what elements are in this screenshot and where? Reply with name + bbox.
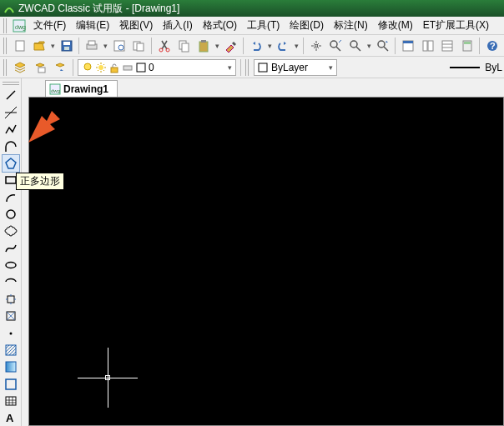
svg-point-12 (159, 48, 163, 52)
insert-block-button[interactable] (2, 290, 20, 308)
arc-poly-button[interactable] (2, 138, 20, 155)
zoom-button[interactable] (346, 37, 365, 55)
svg-rect-34 (111, 68, 118, 73)
separator (240, 59, 241, 76)
cut-button[interactable] (155, 37, 174, 55)
grip-icon (3, 80, 19, 85)
make-block-button[interactable] (2, 307, 20, 324)
revcloud-button[interactable] (2, 223, 20, 240)
app-menu-icon[interactable]: dwg (11, 18, 28, 33)
bulb-on-icon (82, 62, 93, 73)
circle-button[interactable] (2, 205, 20, 223)
layer-combo[interactable]: 0 ▾ (78, 59, 236, 76)
document-tab-label: Drawing1 (63, 83, 108, 95)
separator (479, 38, 480, 54)
polygon-button[interactable] (2, 154, 20, 172)
publish-button[interactable] (130, 37, 149, 55)
help-button[interactable]: ? (483, 37, 501, 55)
window-title: ZWCAD Classic 试用版 - [Drawing1] (18, 2, 179, 16)
undo-button[interactable] (247, 37, 265, 55)
construction-line-button[interactable] (2, 103, 20, 121)
menu-draw[interactable]: 绘图(D) (285, 17, 329, 34)
plot-button[interactable] (83, 37, 101, 55)
design-center-button[interactable] (419, 37, 437, 55)
properties-button[interactable] (399, 37, 417, 55)
calculator-button[interactable] (458, 37, 476, 55)
layer-state-button[interactable] (31, 58, 49, 77)
svg-rect-44 (6, 177, 16, 183)
drawing-canvas[interactable] (28, 97, 504, 426)
match-button[interactable] (222, 37, 240, 55)
menu-insert[interactable]: 插入(I) (158, 17, 197, 34)
menu-annotate[interactable]: 标注(N) (329, 17, 373, 34)
region-button[interactable] (2, 375, 20, 393)
tool-palette-button[interactable] (438, 37, 456, 55)
menu-modify[interactable]: 修改(M) (373, 17, 418, 34)
point-button[interactable] (2, 324, 20, 342)
gradient-button[interactable] (2, 358, 20, 376)
sun-icon (95, 62, 107, 73)
menu-format[interactable]: 格式(O) (198, 17, 242, 34)
arc-button[interactable] (2, 188, 20, 206)
zoom-realtime-button[interactable] (327, 37, 345, 55)
svg-rect-23 (403, 41, 413, 43)
copy-button[interactable] (175, 37, 194, 55)
layer-manager-button[interactable] (11, 58, 29, 77)
menu-file[interactable]: 文件(F) (28, 17, 71, 34)
dropdown-icon[interactable]: ▾ (49, 42, 57, 50)
svg-point-18 (315, 44, 317, 47)
dropdown-icon[interactable]: ▾ (293, 42, 300, 50)
layer-prev-button[interactable] (51, 58, 69, 77)
svg-point-46 (6, 263, 16, 268)
svg-rect-5 (64, 47, 69, 50)
paste-button[interactable] (194, 37, 213, 55)
save-button[interactable] (58, 37, 76, 55)
canvas-area: dwg Drawing1 (28, 78, 504, 426)
line-button[interactable] (2, 87, 20, 104)
tooltip-text: 正多边形 (20, 175, 60, 187)
table-button[interactable] (2, 392, 20, 409)
dropdown-icon[interactable]: ▾ (102, 42, 109, 50)
chevron-down-icon: ▾ (228, 63, 232, 72)
svg-point-33 (98, 65, 103, 70)
svg-rect-28 (464, 42, 471, 44)
menu-et[interactable]: ET扩展工具(X) (418, 17, 494, 34)
zoom-prev-button[interactable] (374, 37, 392, 55)
dropdown-icon[interactable]: ▾ (214, 42, 221, 50)
workarea: A dwg Drawing1 (0, 78, 504, 426)
svg-rect-35 (123, 66, 132, 70)
open-button[interactable] (30, 37, 48, 55)
menu-tools[interactable]: 工具(T) (242, 17, 285, 34)
ellipse-button[interactable] (2, 256, 20, 273)
toolbar-layers: 0 ▾ ByLayer ▾ ByL (0, 57, 504, 78)
new-button[interactable] (11, 37, 29, 55)
dropdown-icon[interactable]: ▾ (365, 42, 373, 50)
preview-button[interactable] (110, 37, 129, 55)
separator (395, 38, 396, 54)
app-logo-icon (3, 3, 15, 14)
svg-text:?: ? (490, 41, 496, 51)
pan-button[interactable] (307, 37, 325, 55)
document-tab[interactable]: dwg Drawing1 (45, 80, 118, 97)
redo-button[interactable] (275, 37, 293, 55)
svg-rect-25 (428, 41, 433, 51)
tooltip: 正多边形 (16, 173, 64, 190)
separator (78, 38, 79, 54)
mtext-button[interactable]: A (2, 409, 20, 426)
grip-icon (3, 38, 8, 54)
color-combo[interactable]: ByLayer ▾ (254, 59, 337, 76)
svg-point-32 (84, 63, 91, 70)
dropdown-icon[interactable]: ▾ (266, 42, 274, 50)
svg-text:dwg: dwg (51, 88, 60, 93)
hatch-button[interactable] (2, 341, 20, 358)
svg-rect-7 (88, 41, 95, 45)
spline-button[interactable] (2, 239, 20, 257)
svg-rect-16 (199, 42, 208, 52)
linetype-text: ByL (485, 62, 502, 73)
svg-point-20 (350, 41, 357, 48)
polyline-button[interactable] (2, 121, 20, 138)
ellipse-arc-button[interactable] (2, 273, 20, 291)
separator (151, 38, 152, 54)
menu-view[interactable]: 视图(V) (114, 17, 158, 34)
menu-edit[interactable]: 编辑(E) (71, 17, 114, 34)
